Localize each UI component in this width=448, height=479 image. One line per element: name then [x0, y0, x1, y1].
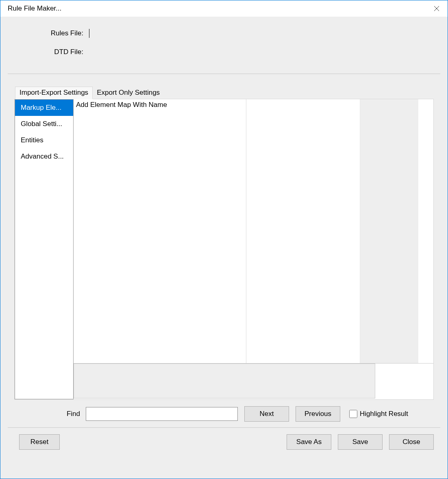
text-cursor: [89, 29, 89, 38]
sidebar-item-markup-elements[interactable]: Markup Ele...: [15, 100, 73, 116]
close-button[interactable]: Close: [389, 434, 434, 450]
dtd-file-row: DTD File:: [0, 46, 448, 58]
find-label: Find: [0, 410, 86, 418]
tab-import-export[interactable]: Import-Export Settings: [15, 87, 93, 99]
save-as-button[interactable]: Save As: [287, 434, 331, 450]
table-grid[interactable]: Add Element Map With Name: [74, 99, 433, 364]
client-area: Rules File: DTD File: Import-Export Sett…: [0, 17, 448, 479]
close-icon: [434, 6, 439, 11]
find-bar: Find Next Previous Highlight Result: [0, 400, 448, 427]
window-close-button[interactable]: [426, 0, 448, 17]
sidebar-item-global-settings[interactable]: Global Setti...: [15, 116, 73, 132]
sidebar-item-advanced-settings[interactable]: Advanced S...: [15, 148, 73, 165]
tab-strip: Import-Export Settings Export Only Setti…: [15, 86, 448, 99]
reset-button[interactable]: Reset: [19, 434, 60, 450]
highlight-result-wrapper[interactable]: Highlight Result: [348, 409, 408, 419]
save-button[interactable]: Save: [338, 434, 383, 450]
detail-pane: [74, 364, 375, 398]
header-fields: Rules File: DTD File:: [0, 17, 448, 74]
bottom-bar: Reset Save As Save Close: [0, 428, 448, 459]
highlight-result-checkbox[interactable]: [349, 410, 357, 418]
table-area: Add Element Map With Name: [74, 99, 433, 399]
rules-file-label: Rules File:: [0, 29, 86, 37]
title-bar: Rule File Maker...: [0, 0, 448, 17]
category-sidebar: Markup Ele... Global Setti... Entities A…: [15, 99, 74, 399]
rules-file-row: Rules File:: [0, 27, 448, 39]
separator: [8, 74, 440, 74]
dtd-file-label: DTD File:: [0, 48, 86, 56]
find-next-button[interactable]: Next: [244, 406, 289, 422]
highlight-result-label: Highlight Result: [360, 410, 408, 418]
table-column-value: [246, 99, 360, 363]
table-scroll-gutter: [360, 99, 418, 363]
tab-export-only[interactable]: Export Only Settings: [93, 87, 164, 99]
table-column-name: Add Element Map With Name: [74, 99, 246, 363]
main-panel: Markup Ele... Global Setti... Entities A…: [14, 99, 434, 400]
find-previous-button[interactable]: Previous: [296, 406, 340, 422]
window-title: Rule File Maker...: [8, 4, 61, 13]
sidebar-item-entities[interactable]: Entities: [15, 132, 73, 148]
find-input[interactable]: [86, 407, 238, 421]
